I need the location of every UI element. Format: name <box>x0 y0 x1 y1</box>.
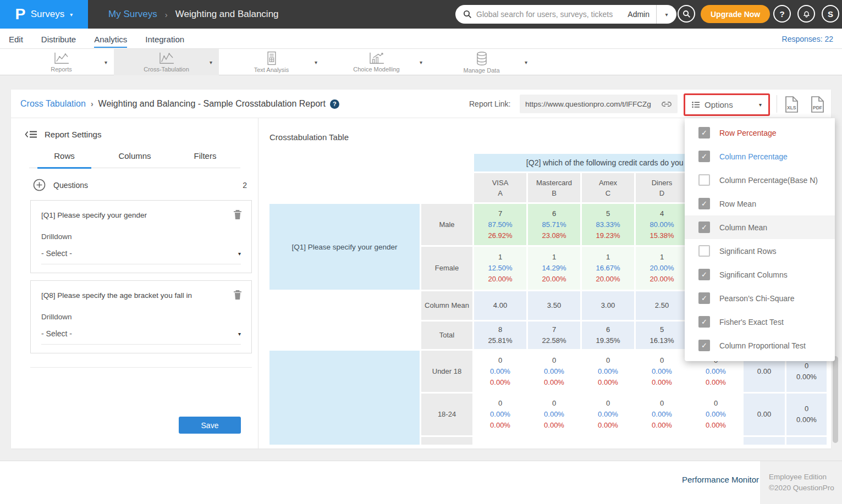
nav-item-integration[interactable]: Integration <box>145 30 184 48</box>
crosstab-cell: 120.00%20.00% <box>636 247 688 290</box>
crosstab-cell: 4.00 <box>474 291 526 320</box>
chevron-down-icon[interactable]: ▾ <box>210 59 212 65</box>
menu-item-column-percentage-base-n-[interactable]: Column Percentage(Base N) <box>685 168 835 192</box>
choice-chart-icon <box>368 52 385 65</box>
crosstab-cell <box>786 437 827 445</box>
toolbar-item-reports[interactable]: Reports▾ <box>9 49 114 75</box>
trash-icon[interactable] <box>233 209 242 220</box>
nav-item-analytics[interactable]: Analytics <box>94 30 127 48</box>
checked-checkbox-icon[interactable]: ✓ <box>698 316 710 328</box>
chevron-down-icon[interactable]: ▾ <box>525 59 527 65</box>
upgrade-now-button[interactable]: Upgrade Now <box>701 5 770 23</box>
svg-text:XLS: XLS <box>787 105 796 110</box>
menu-item-significant-columns[interactable]: ✓Significant Columns <box>685 263 835 286</box>
crosstab-cell: 112.50%20.00% <box>474 247 526 290</box>
help-button[interactable]: ? <box>773 5 791 23</box>
question-card-1: [Q1] Please specify your genderDrilldown… <box>30 200 252 273</box>
toolbar-item-label: Choice Modelling <box>353 66 399 73</box>
notifications-button[interactable] <box>797 5 815 23</box>
menu-item-label: Column Mean <box>719 223 767 232</box>
chevron-down-icon[interactable]: ▾ <box>315 59 317 65</box>
export-xls-button[interactable]: XLS <box>784 96 800 113</box>
bell-icon <box>802 9 811 18</box>
chevron-down-icon[interactable]: ▾ <box>420 59 422 65</box>
crosstab-cell <box>528 437 580 445</box>
crosstab-cell: 3.50 <box>528 291 580 320</box>
checked-checkbox-icon[interactable]: ✓ <box>698 151 710 162</box>
breadcrumb-my-surveys[interactable]: My Surveys <box>108 9 157 20</box>
drilldown-select[interactable]: - Select -▾ <box>41 249 241 264</box>
crosstab-cell: 722.58% <box>528 322 580 349</box>
checked-checkbox-icon[interactable]: ✓ <box>698 127 710 139</box>
responses-count[interactable]: Responses: 22 <box>782 35 833 43</box>
crosstab-cell: 0.00 <box>744 394 785 435</box>
report-link-field[interactable]: https://www.questionpro.com/t/lFFCZg <box>520 95 678 113</box>
help-icon[interactable]: ? <box>330 99 339 109</box>
menu-item-label: Row Percentage <box>719 129 777 137</box>
breadcrumb-separator: › <box>165 10 168 19</box>
divider <box>777 95 777 113</box>
drilldown-select[interactable]: - Select -▾ <box>41 329 241 345</box>
copyright-label: ©2020 QuestionPro <box>769 483 842 494</box>
chevron-right-icon: › <box>91 99 93 108</box>
tab-rows[interactable]: Rows <box>29 151 100 168</box>
search-scope-dropdown[interactable]: ▾ <box>657 12 676 18</box>
toolbar-item-cross-tabulation[interactable]: Cross-Tabulation▾ <box>114 49 219 75</box>
export-pdf-button[interactable]: PDF <box>810 96 826 113</box>
menu-item-significant-rows[interactable]: Significant Rows <box>685 239 835 263</box>
menu-item-row-percentage[interactable]: ✓Row Percentage <box>685 121 835 145</box>
crosstab-cell: 00.00% <box>786 394 827 435</box>
menu-item-column-mean[interactable]: ✓Column Mean <box>685 215 835 239</box>
toolbar-item-choice-modelling[interactable]: Choice Modelling▾ <box>324 49 429 75</box>
menu-item-fisher-s-exact-test[interactable]: ✓Fisher's Exact Test <box>685 310 835 334</box>
global-search[interactable]: Admin ▾ <box>455 5 676 24</box>
toolbar-item-manage-data[interactable]: Manage Data▾ <box>429 49 534 75</box>
search-submit-button[interactable] <box>678 5 695 23</box>
checked-checkbox-icon[interactable]: ✓ <box>698 221 710 233</box>
line-chart-icon <box>53 52 70 65</box>
menu-item-row-mean[interactable]: ✓Row Mean <box>685 192 835 215</box>
edition-box: Employee Edition ©2020 QuestionPro <box>760 461 842 504</box>
menu-item-pearson-s-chi-square[interactable]: ✓Pearson's Chi-Square <box>685 286 835 310</box>
nav-item-edit[interactable]: Edit <box>9 30 23 48</box>
crosstab-cell <box>744 437 785 445</box>
options-button[interactable]: Options ▾ <box>684 93 770 116</box>
drilldown-label: Drilldown <box>41 232 241 241</box>
account-avatar[interactable]: S <box>822 5 839 23</box>
menu-item-column-percentage[interactable]: ✓Column Percentage <box>685 145 835 168</box>
report-settings-title: Report Settings <box>45 130 101 139</box>
questions-label: Questions <box>53 181 88 190</box>
report-settings-toggle[interactable]: Report Settings <box>25 130 258 139</box>
checked-checkbox-icon[interactable]: ✓ <box>698 340 710 351</box>
scrollbar-thumb[interactable] <box>833 356 838 443</box>
trash-icon[interactable] <box>233 290 242 300</box>
tab-columns[interactable]: Columns <box>100 151 170 168</box>
crosstab-cell: 00.00%0.00% <box>636 351 688 392</box>
menu-item-column-proportional-test[interactable]: ✓Column Proportional Test <box>685 334 835 357</box>
drilldown-select-value: - Select - <box>41 249 238 258</box>
chevron-down-icon: ▾ <box>759 102 762 108</box>
crosstab-cell: 3.00 <box>582 291 634 320</box>
unchecked-checkbox-icon[interactable] <box>698 245 710 257</box>
checked-checkbox-icon[interactable]: ✓ <box>698 292 710 304</box>
product-switcher[interactable]: P Surveys ▾ <box>0 0 88 29</box>
unchecked-checkbox-icon[interactable] <box>698 174 710 186</box>
add-question-button[interactable] <box>33 179 46 191</box>
avatar-initial: S <box>828 9 833 19</box>
checked-checkbox-icon[interactable]: ✓ <box>698 198 710 209</box>
tab-filters[interactable]: Filters <box>170 151 240 168</box>
top-bar: P Surveys ▾ My Surveys › Weighting and B… <box>0 0 842 29</box>
save-button[interactable]: Save <box>179 417 241 434</box>
toolbar-item-text-analysis[interactable]: Text Analysis▾ <box>219 49 324 75</box>
collapse-panel-icon <box>25 130 37 139</box>
questions-count: 2 <box>243 181 247 190</box>
performance-monitor-link[interactable]: Performance Monitor <box>682 475 759 484</box>
nav-item-distribute[interactable]: Distribute <box>41 30 76 48</box>
search-input[interactable] <box>476 10 621 19</box>
page-footer: Performance Monitor Employee Edition ©20… <box>0 461 842 504</box>
checked-checkbox-icon[interactable]: ✓ <box>698 269 710 280</box>
crosstab-cell <box>636 437 688 445</box>
chevron-down-icon[interactable]: ▾ <box>104 59 107 65</box>
cross-tabulation-link[interactable]: Cross Tabulation <box>20 99 86 109</box>
crosstab-table-title: Crosstabulation Table <box>269 132 349 142</box>
